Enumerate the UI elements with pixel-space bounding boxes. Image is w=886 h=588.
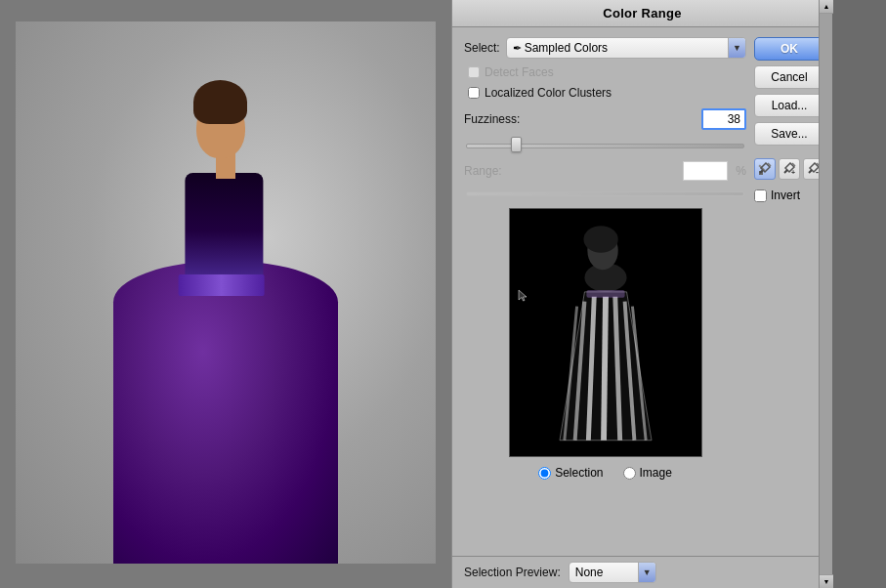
dialog-title-text: Color Range — [603, 6, 682, 21]
dress-skirt — [113, 261, 338, 564]
localized-clusters-checkbox[interactable] — [468, 87, 480, 99]
dialog-title: Color Range — [452, 0, 832, 27]
svg-line-17 — [784, 170, 787, 173]
fuzziness-label: Fuzziness: — [464, 112, 520, 126]
detect-faces-row: Detect Faces — [468, 65, 746, 79]
scroll-down-button[interactable]: ▼ — [820, 574, 833, 588]
svg-text:+: + — [791, 169, 795, 176]
range-row: Range: % — [464, 161, 746, 181]
invert-row: Invert — [754, 189, 824, 202]
range-slider — [466, 188, 744, 199]
select-dropdown[interactable]: ✒ Sampled Colors ▼ — [506, 37, 746, 59]
select-value: Sampled Colors — [525, 41, 728, 55]
selection-preview-dropdown[interactable]: None ▼ — [569, 562, 656, 583]
slider-thumb[interactable] — [511, 137, 522, 152]
image-radio-label[interactable]: Image — [623, 466, 672, 480]
slider-track — [466, 144, 744, 148]
dropdown-arrow-icon[interactable]: ▼ — [728, 38, 745, 58]
selection-preview-arrow-icon[interactable]: ▼ — [638, 563, 655, 582]
eyedropper-add-button[interactable]: + — [779, 158, 800, 180]
range-slider-track — [466, 191, 744, 196]
load-button[interactable]: Load... — [754, 94, 824, 117]
fuzziness-slider[interactable] — [466, 137, 744, 152]
range-label: Range: — [464, 164, 502, 178]
range-input[interactable] — [683, 161, 728, 181]
eyedropper-sample-button[interactable] — [754, 158, 776, 180]
load-button-label: Load... — [772, 99, 808, 112]
selection-radio[interactable] — [538, 467, 551, 480]
preview-mode-group: Selection Image — [464, 466, 746, 480]
selection-radio-text: Selection — [555, 466, 603, 480]
preview-box[interactable] — [509, 208, 702, 457]
localized-clusters-label: Localized Color Clusters — [485, 86, 612, 100]
save-button[interactable]: Save... — [754, 122, 824, 146]
dialog-main-controls: Select: ✒ Sampled Colors ▼ Detect Faces … — [464, 37, 746, 550]
dialog-button-panel: OK Cancel Load... Save... — [754, 37, 824, 550]
fuzziness-row: Fuzziness: — [464, 108, 746, 130]
detect-faces-label: Detect Faces — [485, 65, 554, 79]
invert-label: Invert — [771, 189, 800, 202]
localized-clusters-row: Localized Color Clusters — [468, 86, 746, 100]
select-label: Select: — [464, 41, 500, 55]
cancel-button-label: Cancel — [771, 70, 807, 84]
person-hair — [193, 80, 247, 124]
svg-rect-11 — [586, 290, 624, 298]
dress-sash — [179, 274, 265, 296]
save-button-label: Save... — [771, 127, 807, 141]
eyedropper-tools-row: + - — [754, 158, 824, 180]
ok-button-label: OK — [781, 42, 798, 56]
eyedropper-icon: ✒ — [513, 42, 522, 55]
fuzziness-input[interactable] — [701, 108, 746, 130]
svg-line-19 — [809, 170, 812, 173]
select-row: Select: ✒ Sampled Colors ▼ — [464, 37, 746, 59]
svg-point-13 — [583, 226, 617, 252]
selection-radio-label[interactable]: Selection — [538, 466, 603, 480]
photo-panel — [0, 0, 451, 588]
scroll-up-button[interactable]: ▲ — [820, 0, 833, 14]
eyedropper-add-icon: + — [782, 162, 796, 176]
bottom-bar: Selection Preview: None ▼ — [452, 556, 832, 588]
selection-preview-value: None — [575, 566, 638, 579]
selection-preview-label: Selection Preview: — [464, 566, 561, 579]
preview-svg — [510, 209, 701, 456]
image-radio-text: Image — [640, 466, 672, 480]
range-percent: % — [736, 164, 746, 178]
eyedropper-sample-icon — [758, 162, 772, 176]
invert-checkbox[interactable] — [754, 189, 767, 202]
ok-button[interactable]: OK — [754, 37, 824, 61]
color-range-dialog: Color Range Select: ✒ Sampled Colors ▼ — [451, 0, 832, 588]
image-radio[interactable] — [623, 467, 636, 480]
dress-bodice — [185, 173, 263, 290]
photo-canvas — [16, 21, 436, 564]
scrollbar[interactable]: ▲ ▼ — [819, 0, 832, 588]
cancel-button[interactable]: Cancel — [754, 65, 824, 89]
detect-faces-checkbox[interactable] — [468, 66, 480, 78]
